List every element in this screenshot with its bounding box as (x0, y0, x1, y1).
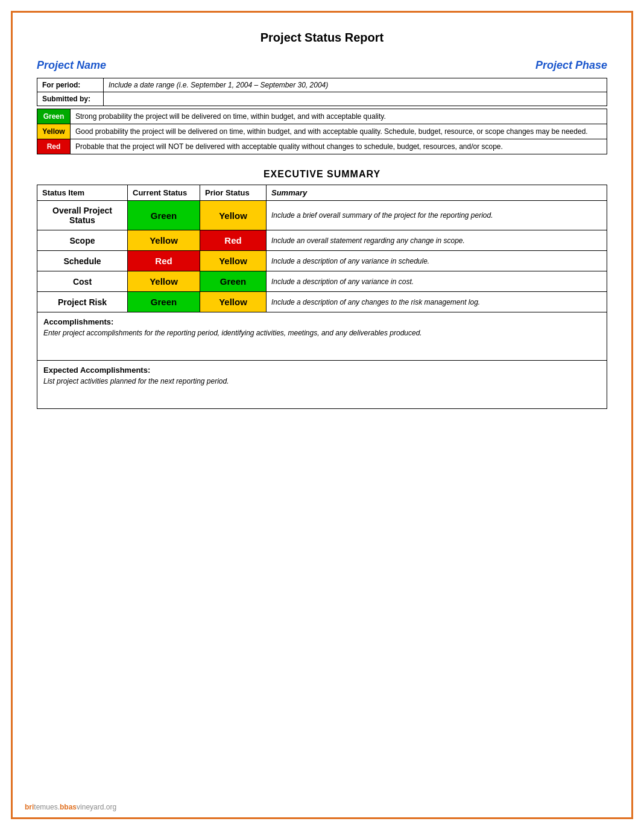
project-name-label: Project Name (37, 59, 106, 72)
col-header-prior: Prior Status (200, 185, 267, 201)
status-item-cell: Overall Project Status (37, 201, 128, 230)
summary-row: ScheduleRedYellowInclude a description o… (37, 251, 607, 271)
project-phase-label: Project Phase (535, 59, 607, 72)
legend-red-desc: Probable that the project will NOT be de… (71, 139, 607, 154)
legend-yellow-label: Yellow (37, 124, 71, 139)
footer-text: britemues.bbasvineyard.org (25, 803, 116, 811)
status-item-cell: Scope (37, 230, 128, 251)
expected-text: List project activities planned for the … (43, 377, 601, 385)
expected-title: Expected Accomplishments: (43, 366, 601, 375)
summary-cell: Include a description of any variance in… (267, 251, 607, 271)
info-row-submitted: Submitted by: (37, 92, 607, 106)
accomplishments-section: Accomplishments: Enter project accomplis… (37, 312, 607, 361)
expected-accomplishments-section: Expected Accomplishments: List project a… (37, 361, 607, 409)
project-header: Project Name Project Phase (37, 59, 607, 72)
col-header-status-item: Status Item (37, 185, 128, 201)
legend-table: Green Strong probability the project wil… (37, 109, 607, 154)
current-status-cell: Green (128, 201, 200, 230)
summary-row: Project RiskGreenYellowInclude a descrip… (37, 292, 607, 312)
summary-cell: Include an overall statement regarding a… (267, 230, 607, 251)
page-title: Project Status Report (37, 31, 607, 45)
submitted-value (104, 92, 607, 106)
summary-row: Overall Project StatusGreenYellowInclude… (37, 201, 607, 230)
prior-status-cell: Yellow (200, 292, 267, 312)
current-status-cell: Yellow (128, 271, 200, 292)
exec-summary-title: EXECUTIVE SUMMARY (37, 169, 607, 180)
current-status-cell: Yellow (128, 230, 200, 251)
legend-red-label: Red (37, 139, 71, 154)
accomplishments-title: Accomplishments: (43, 317, 601, 326)
legend-row-green: Green Strong probability the project wil… (37, 109, 607, 124)
status-item-cell: Project Risk (37, 292, 128, 312)
summary-row: ScopeYellowRedInclude an overall stateme… (37, 230, 607, 251)
footer-watermark: britemues.bbasvineyard.org (25, 803, 116, 811)
period-label: For period: (37, 78, 104, 92)
page-border: Project Status Report Project Name Proje… (11, 11, 633, 819)
legend-yellow-desc: Good probability the project will be del… (71, 124, 607, 139)
submitted-label: Submitted by: (37, 92, 104, 106)
summary-cell: Include a brief overall summary of the p… (267, 201, 607, 230)
prior-status-cell: Yellow (200, 201, 267, 230)
summary-cell: Include a description of any changes to … (267, 292, 607, 312)
period-value: Include a date range (i.e. September 1, … (104, 78, 607, 92)
summary-table: Status Item Current Status Prior Status … (37, 185, 607, 312)
current-status-cell: Green (128, 292, 200, 312)
summary-cell: Include a description of any variance in… (267, 271, 607, 292)
info-row-period: For period: Include a date range (i.e. S… (37, 78, 607, 92)
current-status-cell: Red (128, 251, 200, 271)
prior-status-cell: Green (200, 271, 267, 292)
col-header-current: Current Status (128, 185, 200, 201)
summary-header-row: Status Item Current Status Prior Status … (37, 185, 607, 201)
summary-row: CostYellowGreenInclude a description of … (37, 271, 607, 292)
status-item-cell: Schedule (37, 251, 128, 271)
legend-green-desc: Strong probability the project will be d… (71, 109, 607, 124)
legend-green-label: Green (37, 109, 71, 124)
legend-row-red: Red Probable that the project will NOT b… (37, 139, 607, 154)
prior-status-cell: Red (200, 230, 267, 251)
status-item-cell: Cost (37, 271, 128, 292)
prior-status-cell: Yellow (200, 251, 267, 271)
col-header-summary: Summary (267, 185, 607, 201)
info-table: For period: Include a date range (i.e. S… (37, 78, 607, 106)
legend-row-yellow: Yellow Good probability the project will… (37, 124, 607, 139)
accomplishments-text: Enter project accomplishments for the re… (43, 329, 601, 337)
